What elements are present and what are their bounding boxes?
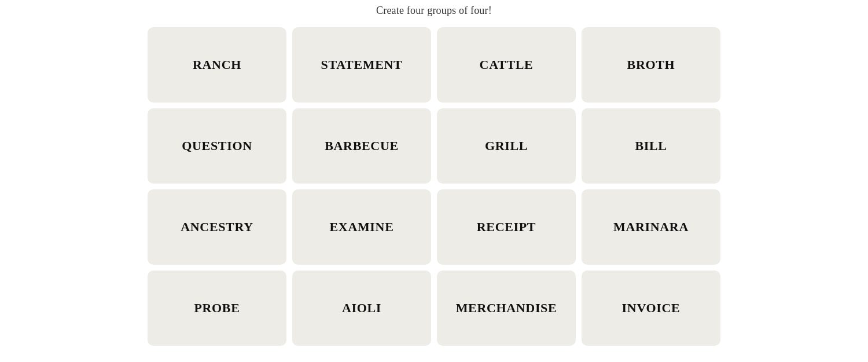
tile-ranch[interactable]: RANCH	[148, 27, 286, 103]
tile-label-aioli: AIOLI	[342, 301, 381, 316]
tile-label-ancestry: ANCESTRY	[181, 220, 253, 235]
tile-probe[interactable]: PROBE	[148, 270, 286, 346]
word-grid: RANCHSTATEMENTCATTLEBROTHQUESTIONBARBECU…	[148, 27, 720, 346]
tile-label-marinara: MARINARA	[613, 220, 689, 235]
tile-label-receipt: RECEIPT	[477, 220, 536, 235]
tile-invoice[interactable]: INVOICE	[582, 270, 720, 346]
tile-ancestry[interactable]: ANCESTRY	[148, 189, 286, 265]
tile-label-grill: GRILL	[485, 138, 528, 153]
tile-label-probe: PROBE	[194, 301, 240, 316]
tile-broth[interactable]: BROTH	[582, 27, 720, 103]
tile-merchandise[interactable]: MERCHANDISE	[437, 270, 576, 346]
tile-label-invoice: INVOICE	[622, 301, 681, 316]
tile-aioli[interactable]: AIOLI	[292, 270, 431, 346]
tile-label-bill: BILL	[635, 138, 667, 153]
tile-label-question: QUESTION	[182, 138, 252, 153]
tile-label-examine: EXAMINE	[330, 220, 394, 235]
tile-statement[interactable]: STATEMENT	[292, 27, 431, 103]
tile-label-broth: BROTH	[627, 57, 675, 72]
tile-marinara[interactable]: MARINARA	[582, 189, 720, 265]
tile-label-merchandise: MERCHANDISE	[456, 301, 557, 316]
tile-barbecue[interactable]: BARBECUE	[292, 108, 431, 184]
tile-label-ranch: RANCH	[193, 57, 241, 72]
tile-cattle[interactable]: CATTLE	[437, 27, 576, 103]
tile-question[interactable]: QUESTION	[148, 108, 286, 184]
tile-receipt[interactable]: RECEIPT	[437, 189, 576, 265]
tile-label-barbecue: BARBECUE	[325, 138, 399, 153]
tile-bill[interactable]: BILL	[582, 108, 720, 184]
tile-label-cattle: CATTLE	[480, 57, 534, 72]
game-subtitle: Create four groups of four!	[376, 5, 492, 17]
tile-grill[interactable]: GRILL	[437, 108, 576, 184]
tile-examine[interactable]: EXAMINE	[292, 189, 431, 265]
tile-label-statement: STATEMENT	[321, 57, 403, 72]
